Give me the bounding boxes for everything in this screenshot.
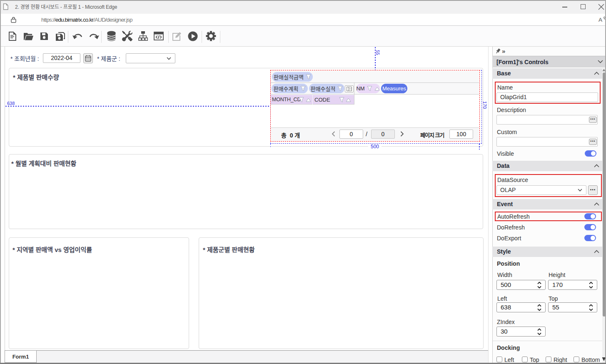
svg-text:A: A <box>599 17 602 22</box>
